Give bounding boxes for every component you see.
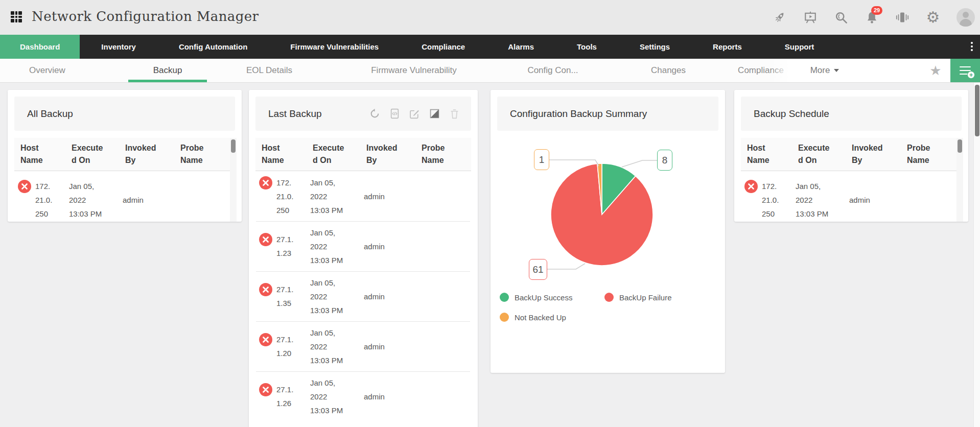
host-name-value: 27.1.1.23 [276, 235, 293, 257]
invoked-by-value: admin [364, 390, 419, 404]
delete-icon[interactable] [449, 108, 460, 120]
widget-scrollbar-thumb[interactable] [231, 139, 236, 153]
rocket-icon[interactable] [773, 10, 787, 25]
user-avatar[interactable] [956, 8, 975, 27]
executed-on-value: Jan 05, 2022 13:03 PM [310, 176, 364, 217]
settings-gear-icon[interactable] [926, 10, 940, 25]
nav-item[interactable]: Settings [618, 35, 691, 59]
widget-header: Last Backup [255, 97, 471, 131]
widget-header: Backup Schedule [741, 97, 962, 131]
widget-scrollbar-thumb[interactable] [958, 139, 962, 153]
table-row[interactable]: 27.1.1.26 Jan 05, 2022 13:03 PM admin [256, 371, 470, 421]
executed-on-value: Jan 05, 2022 13:03 PM [796, 179, 849, 221]
executed-on-value: Jan 05, 2022 13:03 PM [69, 179, 123, 221]
add-widget-button[interactable] [950, 59, 980, 82]
table-row[interactable]: 27.1.1.23 Jan 05, 2022 13:03 PM admin [256, 221, 470, 271]
nav-item[interactable]: Inventory [80, 35, 157, 59]
table-row[interactable]: 172.21.0.250 Jan 05, 2022 13:03 PM admin [256, 171, 470, 221]
widget-title: Backup Schedule [741, 108, 829, 120]
callout-not-backed-up: 1 [534, 149, 549, 170]
host-cell: 27.1.1.23 [259, 232, 310, 261]
table-body: 172.21.0.250 Jan 05, 2022 13:03 PM admin [741, 171, 961, 222]
dashboard-tab[interactable]: Overview .x{} [0, 59, 128, 82]
status-failure-icon [259, 176, 276, 204]
legend-item[interactable]: BackUp Failure [604, 293, 709, 302]
legend-dot [604, 293, 614, 302]
column-header: Invoked By [366, 142, 422, 167]
page-scrollbar-thumb[interactable] [975, 85, 979, 136]
executed-on-value: Jan 05, 2022 13:03 PM [310, 276, 364, 317]
nav-item-label: Support [785, 42, 814, 51]
host-cell: 27.1.1.20 [259, 333, 310, 361]
vibrate-alert-icon[interactable] [895, 10, 909, 25]
table-row[interactable]: 27.1.1.35 Jan 05, 2022 13:03 PM admin [256, 271, 470, 321]
table-row[interactable]: 172.21.0.250 Jan 05, 2022 13:03 PM admin [741, 171, 961, 222]
edit-icon[interactable] [409, 108, 420, 120]
main-navigation: Dashboard Inventory Config Automation Fi… [0, 35, 980, 59]
column-header: Executed On [798, 142, 852, 167]
invoked-by-value: admin [364, 290, 419, 303]
nav-item[interactable]: Firmware Vulnerabilities [269, 35, 400, 59]
search-icon[interactable] [834, 10, 848, 25]
legend-item[interactable]: Not Backed Up [500, 313, 604, 322]
host-name-value: 172.21.0.250 [762, 182, 779, 218]
host-cell: 27.1.1.26 [259, 383, 310, 411]
nav-item[interactable]: Reports [691, 35, 763, 59]
dashboard-tab[interactable]: Config Con... .x{} [496, 59, 610, 82]
nav-item[interactable]: Dashboard [0, 35, 80, 59]
dashboard-tab[interactable]: Firmware Vulnerability .x{} [332, 59, 496, 82]
widget-title: All Backup [14, 108, 73, 120]
tab-more[interactable]: More [795, 59, 855, 82]
nav-item-label: Dashboard [20, 42, 60, 51]
plus-icon [967, 71, 975, 79]
apps-grid-icon[interactable] [11, 11, 23, 23]
dashboard-tab[interactable]: Compliance .x{} [727, 59, 795, 82]
nav-item-label: Settings [640, 42, 670, 51]
status-failure-icon [18, 179, 35, 208]
widget-toolbar [369, 97, 460, 131]
legend-item[interactable]: BackUp Success [500, 293, 604, 302]
status-failure-icon [259, 383, 276, 411]
nav-overflow-kebab-icon[interactable] [971, 42, 973, 51]
column-header: Host Name [262, 142, 313, 167]
conflict-icon[interactable] [429, 108, 440, 120]
nav-item[interactable]: Compliance [400, 35, 486, 59]
nav-item-label: Reports [713, 42, 742, 51]
status-failure-icon [259, 333, 276, 361]
pie-chart[interactable] [546, 158, 658, 271]
column-header: Probe Name [422, 142, 462, 167]
table-row[interactable]: 27.1.1.20 Jan 05, 2022 13:03 PM admin [256, 321, 470, 371]
dashboard-tab[interactable]: Changes .x{} [610, 59, 727, 82]
column-header: Executed On [72, 142, 125, 167]
host-name-value: 27.1.1.20 [276, 335, 293, 358]
table-row[interactable]: 172.21.0.250 Jan 05, 2022 13:03 PM admin [15, 171, 234, 222]
favorite-star-icon[interactable] [921, 59, 950, 82]
dashboard-tab[interactable]: EOL Details .x{} [207, 59, 332, 82]
dashboard-tab-label: Compliance [738, 65, 784, 76]
executed-on-value: Jan 05, 2022 13:03 PM [310, 226, 364, 267]
status-failure-icon [259, 282, 276, 311]
nav-item[interactable]: Config Automation [157, 35, 269, 59]
notification-count-badge: 29 [871, 6, 882, 15]
nav-item[interactable]: Alarms [486, 35, 555, 59]
page-scrollbar [973, 83, 980, 427]
nav-item-label: Alarms [508, 42, 534, 51]
nav-item[interactable]: Tools [555, 35, 618, 59]
dashboard-tab[interactable]: Backup .x{} [128, 59, 207, 82]
all-backup-widget: All Backup Host NameExecuted OnInvoked B… [8, 90, 242, 222]
callout-backup-failure: 61 [529, 259, 547, 280]
pie-chart-area: 1 8 61 BackUp Success BackUp Failure [491, 131, 725, 373]
presentation-icon[interactable] [803, 10, 818, 25]
subnav-spacer [855, 59, 921, 82]
nav-item[interactable]: Support [763, 35, 836, 59]
host-cell: 172.21.0.250 [744, 179, 796, 221]
config-file-icon[interactable] [389, 108, 400, 120]
refresh-icon[interactable] [369, 108, 380, 120]
host-name-value: 172.21.0.250 [276, 178, 293, 215]
callout-backup-success: 8 [657, 150, 672, 171]
notification-bell-icon[interactable]: 29 [865, 10, 879, 25]
legend-label: BackUp Success [515, 293, 572, 302]
invoked-by-value: admin [364, 189, 419, 203]
host-name-value: 27.1.1.26 [276, 385, 293, 408]
nav-item-label: Config Automation [179, 42, 247, 51]
